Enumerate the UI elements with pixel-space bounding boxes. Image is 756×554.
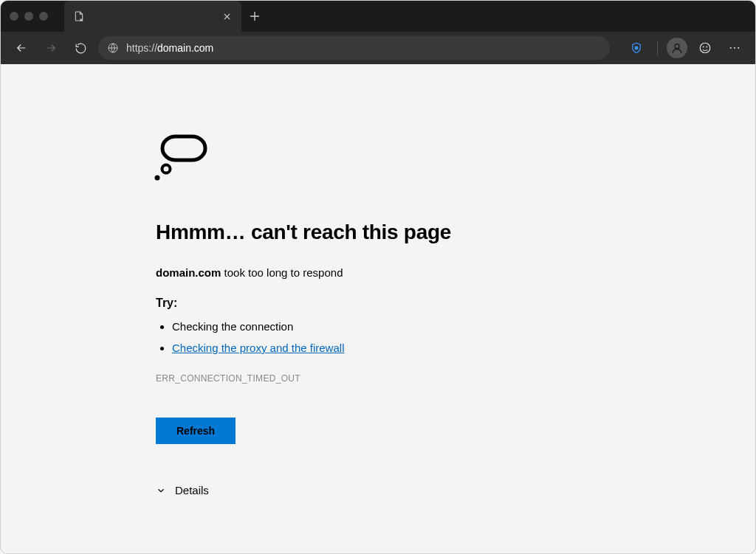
page-title: Hmmm… can't reach this page (156, 221, 755, 244)
svg-point-2 (675, 44, 679, 49)
page-subhead: domain.com took too long to respond (156, 266, 755, 279)
new-tab-button[interactable] (241, 3, 268, 30)
details-label: Details (175, 484, 209, 496)
window-minimize-dot[interactable] (24, 12, 33, 21)
tracking-prevention-icon[interactable] (625, 36, 648, 60)
svg-point-4 (703, 46, 704, 47)
forward-button[interactable] (39, 36, 63, 60)
url-domain: domain.com (157, 42, 213, 54)
url-scheme: https:// (126, 42, 157, 54)
subhead-rest: took too long to respond (221, 266, 343, 279)
list-item: Checking the connection (172, 320, 755, 333)
error-page: Hmmm… can't reach this page domain.com t… (1, 64, 755, 496)
address-text: https://domain.com (126, 42, 605, 54)
svg-point-9 (162, 165, 171, 173)
svg-point-5 (707, 46, 707, 47)
chevron-down-icon (156, 485, 166, 496)
svg-point-7 (734, 47, 735, 49)
thought-bubble-icon (150, 131, 755, 191)
browser-tab[interactable] (64, 1, 241, 32)
try-list: Checking the connection Checking the pro… (156, 320, 755, 354)
subhead-domain: domain.com (156, 266, 221, 279)
try-item-text: Checking the connection (172, 320, 293, 333)
details-toggle[interactable]: Details (156, 484, 755, 496)
toolbar: https://domain.com (1, 32, 755, 64)
svg-point-6 (730, 47, 732, 49)
titlebar (1, 1, 755, 32)
error-code: ERR_CONNECTION_TIMED_OUT (156, 373, 755, 384)
globe-icon (107, 42, 119, 54)
back-button[interactable] (10, 36, 33, 60)
address-bar[interactable]: https://domain.com (98, 36, 610, 60)
svg-point-8 (738, 47, 739, 49)
svg-rect-1 (635, 46, 639, 50)
profile-button[interactable] (667, 38, 687, 58)
more-menu-button[interactable] (723, 36, 746, 60)
toolbar-divider (657, 41, 658, 55)
feedback-icon[interactable] (693, 36, 717, 60)
window-controls (10, 12, 48, 21)
svg-point-3 (700, 43, 710, 53)
try-label: Try: (156, 297, 755, 310)
window-close-dot[interactable] (10, 12, 18, 21)
proxy-firewall-link[interactable]: Checking the proxy and the firewall (172, 342, 344, 354)
tab-close-button[interactable] (221, 10, 233, 22)
list-item: Checking the proxy and the firewall (172, 342, 755, 354)
window-maximize-dot[interactable] (39, 12, 48, 21)
toolbar-right (625, 36, 746, 60)
svg-point-10 (155, 176, 160, 181)
refresh-button[interactable] (69, 36, 92, 60)
page-error-icon (73, 10, 85, 22)
refresh-page-button[interactable]: Refresh (156, 418, 236, 444)
